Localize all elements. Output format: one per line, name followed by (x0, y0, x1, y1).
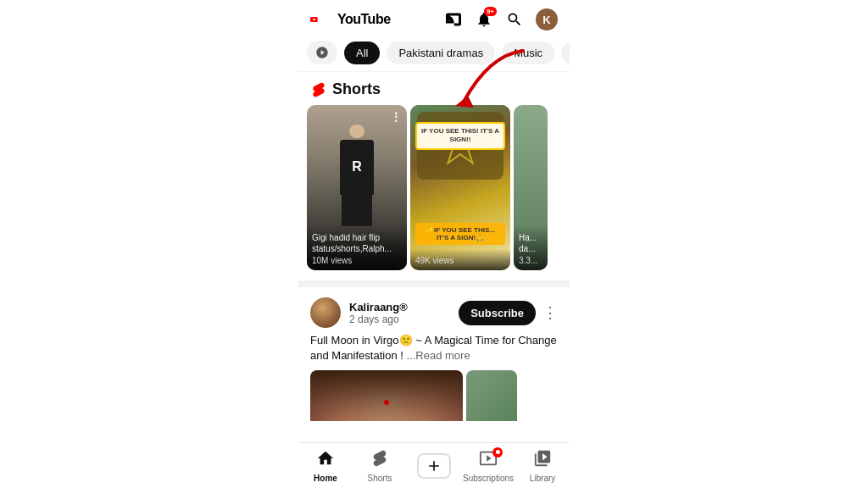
thumbnail-image (310, 370, 463, 421)
header-icons: 9+ K (444, 8, 558, 30)
filter-bar: All Pakistani dramas Music M (298, 37, 570, 72)
subscriptions-badge (492, 447, 503, 458)
shorts-section-header: Shorts (298, 72, 570, 105)
main-content: Shorts R ⋮ Gigi hadid hair (298, 72, 570, 421)
home-label: Home (314, 474, 337, 483)
short-3-title: Ha... da... (519, 232, 542, 254)
short-2-text-overlay: IF YOU SEE THIS! IT'S A SIGN!! (415, 122, 505, 150)
search-button[interactable] (505, 10, 524, 29)
short-card-2[interactable]: IF YOU SEE THIS! IT'S A SIGN!! ✨IF YOU S… (410, 105, 510, 270)
library-icon (533, 449, 552, 472)
short-1-title: Gigi hadid hair flip status/shorts,Ralph… (312, 232, 402, 254)
short-2-views: 49K views (415, 256, 505, 265)
thumbnail-side[interactable] (466, 370, 517, 421)
all-chip[interactable]: All (344, 42, 380, 64)
shorts-label: Shorts (368, 474, 392, 483)
channel-avatar[interactable] (310, 297, 341, 328)
pakistani-dramas-chip[interactable]: Pakistani dramas (387, 42, 495, 64)
home-icon (316, 449, 335, 472)
youtube-logo: YouTube (310, 11, 391, 28)
app-header: YouTube 9+ K (298, 0, 570, 37)
notification-badge: 9+ (484, 7, 497, 16)
short-1-overlay: Gigi hadid hair flip status/shorts,Ralph… (307, 225, 407, 270)
shorts-title: Shorts (332, 80, 381, 98)
short-2-overlay: 49K views (410, 249, 510, 270)
shorts-nav-icon (370, 449, 389, 472)
notification-button[interactable]: 9+ (475, 10, 493, 29)
channel-right: Subscribe ⋮ (459, 301, 558, 325)
subscribe-button[interactable]: Subscribe (459, 301, 536, 325)
more-chip[interactable]: M (561, 42, 570, 64)
shorts-icon (310, 81, 327, 98)
video-card: Kaliraang® 2 days ago Subscribe ⋮ Full M… (298, 287, 570, 421)
library-label: Library (530, 474, 556, 483)
nav-subscriptions[interactable]: Subscriptions (461, 444, 515, 488)
nav-library[interactable]: Library (515, 444, 570, 488)
yt-logo-icon (310, 11, 334, 28)
shorts-row: R ⋮ Gigi hadid hair flip status/shorts,R… (298, 105, 570, 270)
section-divider (298, 280, 570, 287)
thumbnail-row: 1/5 (310, 370, 558, 421)
short-card-1[interactable]: R ⋮ Gigi hadid hair flip status/shorts,R… (307, 105, 407, 270)
thumbnail-main[interactable]: 1/5 (310, 370, 463, 421)
bottom-nav: Home Shorts (298, 442, 570, 488)
yt-logo-text: YouTube (337, 12, 391, 27)
short-2-bottom-text: ✨IF YOU SEE THIS... IT'S A SIGN!🙏 (415, 223, 505, 245)
nav-shorts[interactable]: Shorts (353, 444, 407, 488)
short-card-3[interactable]: Ha... da... 3.3... (514, 105, 548, 270)
video-description: Full Moon in Virgo🙁 ~ A Magical Time for… (310, 333, 558, 363)
read-more[interactable]: ...Read more (406, 349, 470, 362)
channel-row: Kaliraang® 2 days ago Subscribe ⋮ (310, 297, 558, 328)
user-avatar[interactable]: K (536, 8, 558, 30)
channel-left: Kaliraang® 2 days ago (310, 297, 408, 328)
music-chip[interactable]: Music (502, 42, 554, 64)
nav-home[interactable]: Home (298, 444, 353, 488)
add-icon (417, 453, 451, 479)
nav-add[interactable] (407, 448, 461, 484)
channel-info: Kaliraang® 2 days ago (349, 301, 408, 325)
short-3-overlay: Ha... da... 3.3... (514, 225, 548, 270)
short-1-more[interactable]: ⋮ (390, 110, 402, 124)
short-1-views: 10M views (312, 256, 402, 265)
channel-name[interactable]: Kaliraang® (349, 301, 408, 313)
cast-button[interactable] (444, 10, 463, 29)
subscriptions-label: Subscriptions (463, 474, 514, 483)
subscriptions-icon (479, 449, 498, 472)
explore-chip[interactable] (307, 41, 337, 64)
more-options-button[interactable]: ⋮ (542, 303, 558, 322)
channel-time: 2 days ago (349, 313, 408, 325)
thumbnail-side-image (466, 370, 517, 421)
short-3-views: 3.3... (519, 256, 542, 265)
